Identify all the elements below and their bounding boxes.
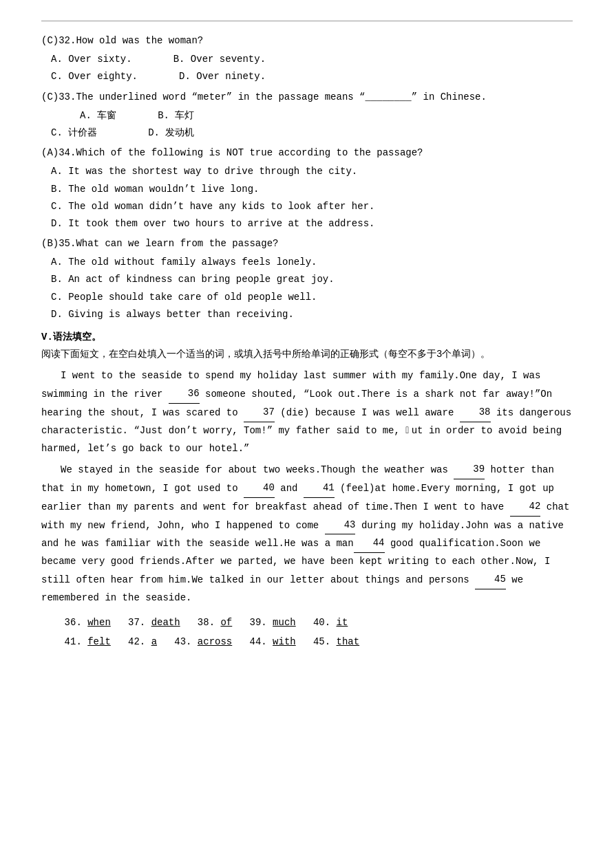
q32-optB: B. Over seventy.	[173, 51, 266, 68]
q34-optA: A. It was the shortest way to drive thro…	[51, 163, 573, 180]
question-32: (C)32.How old was the woman?	[41, 32, 573, 50]
blank-45: 45	[475, 571, 506, 589]
q34-text: Which of the following is NOT true accor…	[76, 147, 423, 158]
answer-line2: 41. felt 42. a 43. across 44. with 45. t…	[41, 632, 573, 651]
q33-optB: B. 车灯	[158, 107, 194, 124]
question-34: (A)34.Which of the following is NOT true…	[41, 144, 573, 162]
q35-text: What can we learn from the passage?	[76, 238, 278, 249]
ans-44: with	[273, 636, 296, 647]
q35-label: (B)35.	[41, 238, 76, 249]
q32-options-2: C. Over eighty. D. Over ninety.	[41, 68, 573, 85]
ans-43: across	[198, 636, 232, 647]
answer-line1: 36. when 37. death 38. of 39. much 40. i…	[41, 613, 573, 632]
blank-37: 37	[244, 404, 275, 422]
question-35: (B)35.What can we learn from the passage…	[41, 235, 573, 252]
blank-44: 44	[354, 534, 385, 553]
blank-38: 38	[460, 404, 491, 422]
blank-41: 41	[304, 479, 335, 498]
blank-42: 42	[510, 498, 541, 517]
passage-para2: We stayed in the seaside for about two w…	[41, 461, 573, 607]
blank-39: 39	[454, 461, 485, 479]
q33-text: The underlined word “meter” in the passa…	[76, 91, 487, 102]
ans-41: felt	[87, 636, 111, 647]
q34-optD: D. It took them over two hours to arrive…	[51, 215, 573, 232]
ans-38: of	[220, 617, 232, 628]
section-v-header: V.语法填空。	[41, 329, 573, 346]
q33-options: A. 车窗 B. 车灯	[41, 107, 573, 124]
blank-36: 36	[169, 385, 200, 404]
q34-options: A. It was the shortest way to drive thro…	[41, 163, 573, 232]
blank-40: 40	[244, 479, 275, 498]
q33-optC: C. 计价器	[51, 124, 97, 142]
q32-optC: C. Over eighty.	[51, 68, 138, 85]
q33-optD: D. 发动机	[138, 124, 194, 142]
q32-optA: A. Over sixty.	[51, 51, 132, 68]
q32-optD: D. Over ninety.	[179, 68, 266, 85]
ans-36: when	[87, 617, 111, 628]
q32-text: How old was the woman?	[76, 35, 203, 46]
q33-label: (C)33.	[41, 91, 76, 102]
section-v-instruction: 阅读下面短文，在空白处填入一个适当的词，或填入括号中所给单词的正确形式（每空不多…	[41, 346, 573, 363]
q35-optD: D. Giving is always better than receivin…	[51, 306, 573, 323]
ans-42: a	[151, 636, 157, 647]
question-33: (C)33.The underlined word “meter” in the…	[41, 89, 573, 106]
q32-label: (C)32.	[41, 35, 76, 46]
q33-optA: A. 车窗	[80, 107, 116, 124]
top-divider	[41, 21, 573, 21]
ans-37: death	[151, 617, 180, 628]
q34-optB: B. The old woman wouldn’t live long.	[51, 181, 573, 198]
q33-options-2: C. 计价器 D. 发动机	[41, 124, 573, 142]
ans-40: it	[337, 617, 348, 628]
ans-45: that	[337, 636, 360, 647]
content-area: (C)32.How old was the woman? A. Over six…	[41, 32, 573, 651]
q32-options: A. Over sixty. B. Over seventy.	[41, 51, 573, 68]
answer-key: 36. when 37. death 38. of 39. much 40. i…	[41, 613, 573, 651]
blank-43: 43	[325, 517, 356, 535]
ans-39: much	[273, 617, 296, 628]
q34-label: (A)34.	[41, 147, 76, 158]
q34-optC: C. The old woman didn’t have any kids to…	[51, 198, 573, 215]
section-v-title: V.语法填空。	[41, 332, 101, 343]
q35-options: A. The old without family always feels l…	[41, 254, 573, 323]
q35-optC: C. People should take care of old people…	[51, 289, 573, 306]
q35-optA: A. The old without family always feels l…	[51, 254, 573, 271]
q35-optB: B. An act of kindness can bring people g…	[51, 271, 573, 288]
passage-para1: I went to the seaside to spend my holida…	[41, 367, 573, 457]
